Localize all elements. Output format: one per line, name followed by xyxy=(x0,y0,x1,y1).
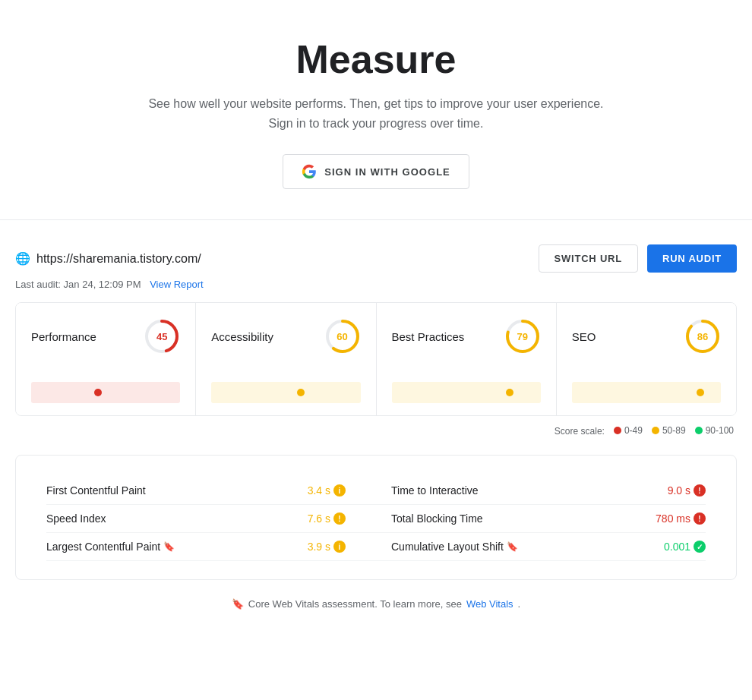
bookmark-icon: 🔖 xyxy=(507,541,518,552)
scale-item: 50-89 xyxy=(652,425,686,436)
metric-name: First Contentful Paint xyxy=(46,484,146,497)
metric-check-icon: ✓ xyxy=(694,541,706,553)
last-audit-text: Last audit: Jan 24, 12:09 PM xyxy=(15,279,141,290)
metric-row: Time to Interactive 9.0 s ! xyxy=(376,477,706,505)
metric-value: 7.6 s ! xyxy=(308,512,346,525)
card-title: Accessibility xyxy=(211,330,273,343)
metric-name: Speed Index xyxy=(46,512,106,525)
metric-row: First Contentful Paint 3.4 s i xyxy=(46,477,376,505)
score-card: Best Practices 79 xyxy=(377,303,557,415)
score-circle: 45 xyxy=(144,318,180,355)
header-section: Measure See how well your website perfor… xyxy=(0,0,752,220)
metric-name: Cumulative Layout Shift🔖 xyxy=(391,541,518,553)
score-circle: 79 xyxy=(504,318,541,355)
metric-row: Cumulative Layout Shift🔖 0.001 ✓ xyxy=(376,533,706,561)
metric-value: 3.9 s i xyxy=(308,541,346,553)
web-vitals-link[interactable]: Web Vitals xyxy=(466,598,513,610)
audit-url: https://sharemania.tistory.com/ xyxy=(36,252,201,266)
score-scale: Score scale: 0-49 50-89 90-100 xyxy=(15,425,737,437)
metric-row: Largest Contentful Paint🔖 3.9 s i xyxy=(46,533,376,561)
bar-background xyxy=(211,382,360,403)
score-value: 79 xyxy=(517,331,528,342)
bookmark-icon: 🔖 xyxy=(163,541,175,552)
scale-range: 50-89 xyxy=(662,425,686,436)
globe-icon: 🌐 xyxy=(15,251,30,266)
cwv-text: Core Web Vitals assessment. To learn mor… xyxy=(248,598,462,610)
bar-background xyxy=(31,382,180,403)
card-title: SEO xyxy=(572,330,596,343)
metric-name: Largest Contentful Paint🔖 xyxy=(46,541,175,553)
bar-chart xyxy=(392,373,541,403)
last-audit-info: Last audit: Jan 24, 12:09 PM View Report xyxy=(15,279,737,290)
metrics-section: First Contentful Paint 3.4 s i Time to I… xyxy=(15,455,737,580)
cwv-suffix: . xyxy=(518,598,521,610)
metric-warning-icon: ! xyxy=(694,512,706,525)
metric-value: 9.0 s ! xyxy=(668,484,706,497)
scale-item: 0-49 xyxy=(614,425,643,436)
card-header: Accessibility 60 xyxy=(211,318,360,355)
scale-dot xyxy=(614,427,621,434)
card-header: SEO 86 xyxy=(572,318,721,355)
score-circle: 60 xyxy=(324,318,361,355)
scale-dot xyxy=(695,427,703,434)
signin-label: SIGN IN WITH GOOGLE xyxy=(324,166,450,178)
bookmark-icon-footer: 🔖 xyxy=(232,598,244,610)
score-card: Accessibility 60 xyxy=(196,303,376,415)
scale-range: 0-49 xyxy=(624,425,643,436)
bar-chart xyxy=(31,373,180,403)
cwv-footer: 🔖 Core Web Vitals assessment. To learn m… xyxy=(15,592,737,622)
metric-value: 0.001 ✓ xyxy=(664,541,706,553)
scale-label: Score scale: xyxy=(555,426,605,437)
score-card: Performance 45 xyxy=(16,303,196,415)
bar-dot xyxy=(506,389,513,396)
url-actions: SWITCH URL RUN AUDIT xyxy=(539,244,737,273)
scale-item: 90-100 xyxy=(695,425,734,436)
score-value: 45 xyxy=(156,331,167,342)
switch-url-button[interactable]: SWITCH URL xyxy=(539,244,638,273)
bar-dot xyxy=(94,389,102,396)
metrics-grid: First Contentful Paint 3.4 s i Time to I… xyxy=(46,477,706,561)
score-value: 86 xyxy=(697,331,708,342)
url-bar: 🌐 https://sharemania.tistory.com/ SWITCH… xyxy=(15,244,737,273)
metric-warning-icon: ! xyxy=(333,512,346,525)
score-value: 60 xyxy=(337,331,347,342)
audit-section: 🌐 https://sharemania.tistory.com/ SWITCH… xyxy=(0,220,752,622)
scale-range: 90-100 xyxy=(706,425,734,436)
metric-row: Speed Index 7.6 s ! xyxy=(46,505,376,533)
bar-dot xyxy=(297,389,305,396)
view-report-link[interactable]: View Report xyxy=(150,279,204,290)
metric-info-icon: i xyxy=(333,541,346,553)
run-audit-button[interactable]: RUN AUDIT xyxy=(647,244,737,273)
card-title: Performance xyxy=(31,330,96,343)
scale-dot xyxy=(652,427,659,434)
metric-value: 780 ms ! xyxy=(656,512,706,525)
bar-background xyxy=(392,382,541,403)
card-title: Best Practices xyxy=(392,330,465,343)
url-display: 🌐 https://sharemania.tistory.com/ xyxy=(15,251,201,266)
metric-name: Total Blocking Time xyxy=(391,512,483,525)
google-g-icon xyxy=(302,164,317,179)
metric-warning-icon: ! xyxy=(694,484,706,497)
score-cards-container: Performance 45 Accessibility 60 xyxy=(15,302,737,416)
metric-value: 3.4 s i xyxy=(308,484,346,497)
metric-name: Time to Interactive xyxy=(391,484,479,497)
google-signin-button[interactable]: SIGN IN WITH GOOGLE xyxy=(283,154,469,189)
bar-dot xyxy=(697,389,704,396)
subtitle-line1: See how well your website performs. Then… xyxy=(148,97,603,110)
subtitle: See how well your website performs. Then… xyxy=(15,94,737,133)
bar-chart xyxy=(211,373,360,403)
card-header: Best Practices 79 xyxy=(392,318,541,355)
metric-info-icon: i xyxy=(333,484,346,497)
score-circle: 86 xyxy=(684,318,721,355)
subtitle-line2: Sign in to track your progress over time… xyxy=(269,117,484,130)
score-card: SEO 86 xyxy=(557,303,736,415)
metric-row: Total Blocking Time 780 ms ! xyxy=(376,505,706,533)
card-header: Performance 45 xyxy=(31,318,180,355)
page-title: Measure xyxy=(15,36,737,82)
bar-chart xyxy=(572,373,721,403)
